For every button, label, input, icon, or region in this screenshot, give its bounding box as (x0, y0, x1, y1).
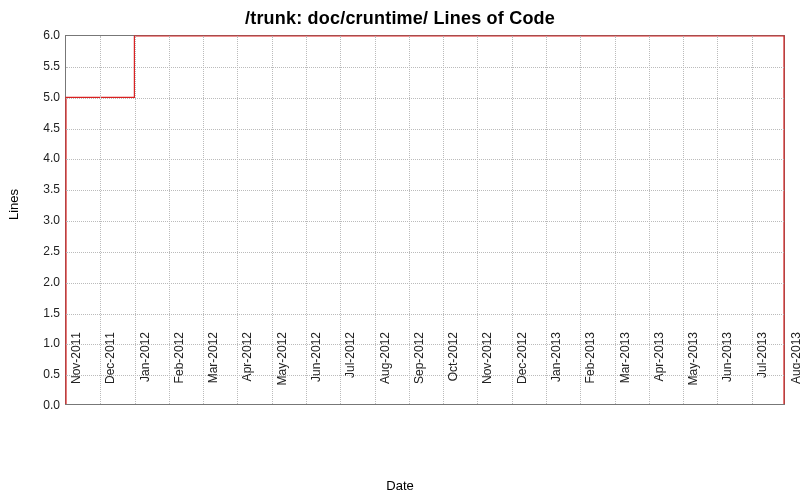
x-gridline (580, 36, 581, 404)
x-gridline (683, 36, 684, 404)
y-tick-label: 2.0 (10, 275, 60, 289)
y-tick-label: 4.5 (10, 121, 60, 135)
x-gridline (375, 36, 376, 404)
y-tick-label: 0.5 (10, 367, 60, 381)
x-tick-label: Dec-2012 (515, 332, 529, 412)
x-tick-label: Feb-2013 (583, 332, 597, 412)
y-tick-label: 5.5 (10, 59, 60, 73)
y-tick-label: 1.5 (10, 306, 60, 320)
y-tick-label: 2.5 (10, 244, 60, 258)
x-axis-label: Date (0, 478, 800, 493)
x-gridline (443, 36, 444, 404)
x-gridline (203, 36, 204, 404)
x-tick-label: Jul-2013 (755, 332, 769, 412)
y-gridline (66, 98, 784, 99)
x-gridline (340, 36, 341, 404)
y-tick-label: 6.0 (10, 28, 60, 42)
y-gridline (66, 129, 784, 130)
x-tick-label: Apr-2013 (652, 332, 666, 412)
x-tick-label: Feb-2012 (172, 332, 186, 412)
x-tick-label: Jan-2012 (138, 332, 152, 412)
x-gridline (169, 36, 170, 404)
x-tick-label: Jan-2013 (549, 332, 563, 412)
x-gridline (237, 36, 238, 404)
x-gridline (272, 36, 273, 404)
y-gridline (66, 252, 784, 253)
x-gridline (615, 36, 616, 404)
x-tick-label: Jun-2012 (309, 332, 323, 412)
y-tick-label: 3.0 (10, 213, 60, 227)
x-tick-label: Nov-2011 (69, 332, 83, 412)
x-gridline (135, 36, 136, 404)
x-gridline (546, 36, 547, 404)
y-tick-label: 4.0 (10, 151, 60, 165)
x-tick-label: Nov-2012 (480, 332, 494, 412)
x-tick-label: May-2012 (275, 332, 289, 412)
x-gridline (512, 36, 513, 404)
x-tick-label: Mar-2013 (618, 332, 632, 412)
x-gridline (409, 36, 410, 404)
x-tick-label: Aug-2012 (378, 332, 392, 412)
x-gridline (306, 36, 307, 404)
y-tick-label: 0.0 (10, 398, 60, 412)
y-gridline (66, 314, 784, 315)
y-tick-label: 3.5 (10, 182, 60, 196)
x-tick-label: Sep-2012 (412, 332, 426, 412)
y-gridline (66, 221, 784, 222)
x-tick-label: Oct-2012 (446, 332, 460, 412)
y-tick-label: 5.0 (10, 90, 60, 104)
y-gridline (66, 67, 784, 68)
loc-chart: /trunk: doc/cruntime/ Lines of Code Line… (0, 0, 800, 500)
y-gridline (66, 190, 784, 191)
x-tick-label: Apr-2012 (240, 332, 254, 412)
y-gridline (66, 283, 784, 284)
x-tick-label: Mar-2012 (206, 332, 220, 412)
x-tick-label: Jul-2012 (343, 332, 357, 412)
x-tick-label: Jun-2013 (720, 332, 734, 412)
x-gridline (100, 36, 101, 404)
y-tick-label: 1.0 (10, 336, 60, 350)
chart-title: /trunk: doc/cruntime/ Lines of Code (0, 8, 800, 29)
x-gridline (477, 36, 478, 404)
x-gridline (752, 36, 753, 404)
x-gridline (717, 36, 718, 404)
y-gridline (66, 159, 784, 160)
x-tick-label: Aug-2013 (789, 332, 800, 412)
x-tick-label: Dec-2011 (103, 332, 117, 412)
x-gridline (649, 36, 650, 404)
x-tick-label: May-2013 (686, 332, 700, 412)
